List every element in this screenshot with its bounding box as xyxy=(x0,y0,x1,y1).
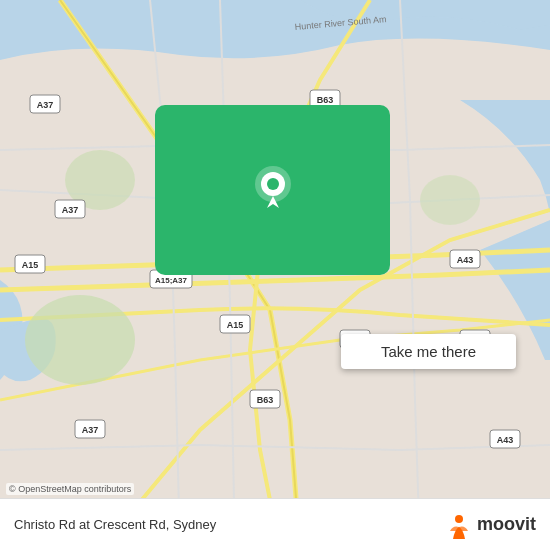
svg-text:A43: A43 xyxy=(457,255,474,265)
svg-point-3 xyxy=(420,175,480,225)
svg-text:A15;A37: A15;A37 xyxy=(155,276,188,285)
svg-point-33 xyxy=(455,515,463,523)
svg-text:A15: A15 xyxy=(227,320,244,330)
svg-text:B63: B63 xyxy=(257,395,274,405)
take-me-there-button[interactable]: Take me there xyxy=(341,334,516,369)
moovit-logo-icon xyxy=(445,511,473,539)
svg-text:A43: A43 xyxy=(497,435,514,445)
svg-text:B63: B63 xyxy=(317,95,334,105)
location-pin-icon xyxy=(247,164,299,216)
svg-text:A15: A15 xyxy=(22,260,39,270)
map-attribution: © OpenStreetMap contributors xyxy=(6,483,134,495)
svg-point-1 xyxy=(25,295,135,385)
map-container: A37 A37 A37 A15 A15;A37 A15 A15 xyxy=(0,0,550,550)
svg-text:A37: A37 xyxy=(82,425,99,435)
svg-text:A37: A37 xyxy=(62,205,79,215)
location-label: Christo Rd at Crescent Rd, Sydney xyxy=(14,517,216,532)
svg-text:A37: A37 xyxy=(37,100,54,110)
svg-point-31 xyxy=(267,178,279,190)
moovit-logo-text: moovit xyxy=(477,514,536,535)
bottom-bar: Christo Rd at Crescent Rd, Sydney moovit xyxy=(0,498,550,550)
moovit-logo: moovit xyxy=(445,511,536,539)
green-card: Take me there xyxy=(155,105,390,275)
map-background: A37 A37 A37 A15 A15;A37 A15 A15 xyxy=(0,0,550,550)
